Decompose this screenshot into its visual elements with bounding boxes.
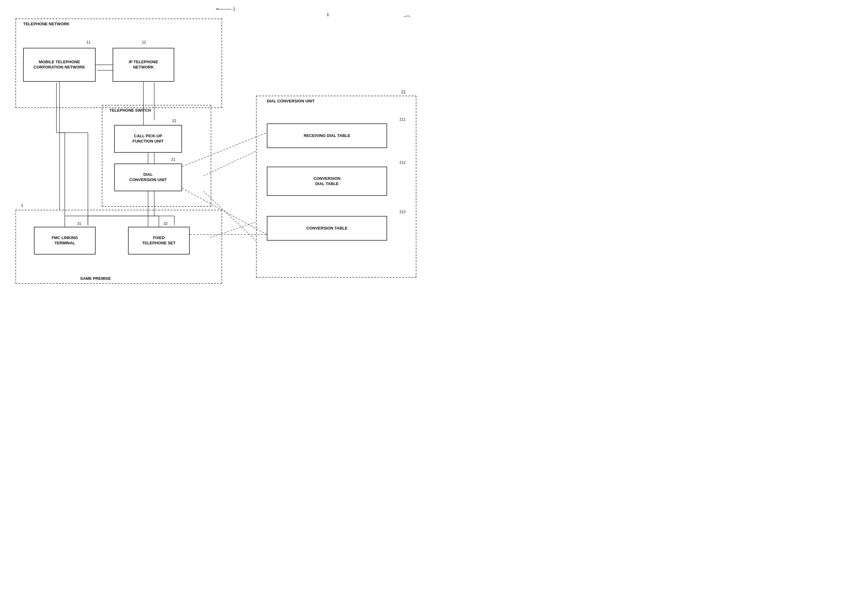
ref-21-inner: 21 [171,157,175,161]
conversion-dial-table-label: CONVERSIONDIAL TABLE [313,176,340,187]
ref-21-outer: 21 [401,90,406,95]
fixed-telephone-box: FIXEDTELEPHONE SET [128,227,190,255]
ref-32: 32 [163,222,167,226]
ip-telephone-box: IP TELEPHONENETWORK [113,48,174,82]
mobile-telephone-box: MOBILE TELEPHONECORPORATION NETWORK [23,48,96,82]
conversion-table-box: CONVERSION TABLE [267,216,387,241]
receiving-dial-table-label: RECEIVING DIAL TABLE [304,133,350,138]
dial-conversion-detail-label: DIAL CONVERSION UNIT [267,99,315,103]
ip-telephone-label: IP TELEPHONENETWORK [129,59,158,70]
telephone-switch-region [102,105,211,207]
ref-3: 3 [21,203,23,208]
telephone-network-label: TELEPHONE NETWORK [23,22,70,26]
ref-12: 12 [142,40,146,44]
ref-211: 211 [400,117,406,121]
mobile-telephone-label: MOBILE TELEPHONECORPORATION NETWORK [34,59,85,70]
receiving-dial-table-box: RECEIVING DIAL TABLE [267,123,387,148]
ref-212: 212 [400,160,406,165]
dial-conversion-box: DIALCONVERSION UNIT [114,163,182,191]
same-premise-label: SAME PREMISE [80,276,111,281]
dial-conversion-label: DIALCONVERSION UNIT [129,172,167,183]
call-pickup-box: CALL PICK-UPFUNCTION UNIT [114,125,182,153]
ref-22: 22 [172,119,176,123]
svg-line-13 [204,151,256,176]
fmc-linking-label: FMC LINKINGTERMINAL [51,235,78,246]
conversion-dial-table-box: CONVERSIONDIAL TABLE [267,167,387,196]
conversion-table-label: CONVERSION TABLE [306,226,347,231]
call-pickup-label: CALL PICK-UPFUNCTION UNIT [132,133,163,144]
diagram-container: 1 1 TELEPHONE NETWORK 11 [0,0,434,307]
telephone-switch-label: TELEPHONE SWITCH [110,108,151,113]
ref-11: 11 [86,40,90,44]
svg-text:1: 1 [233,6,236,11]
ref-31: 31 [77,222,81,226]
ref-1: 1 [327,12,329,17]
fmc-linking-box: FMC LINKINGTERMINAL [34,227,96,255]
fixed-telephone-label: FIXEDTELEPHONE SET [142,235,175,246]
ref-213: 213 [400,210,406,214]
